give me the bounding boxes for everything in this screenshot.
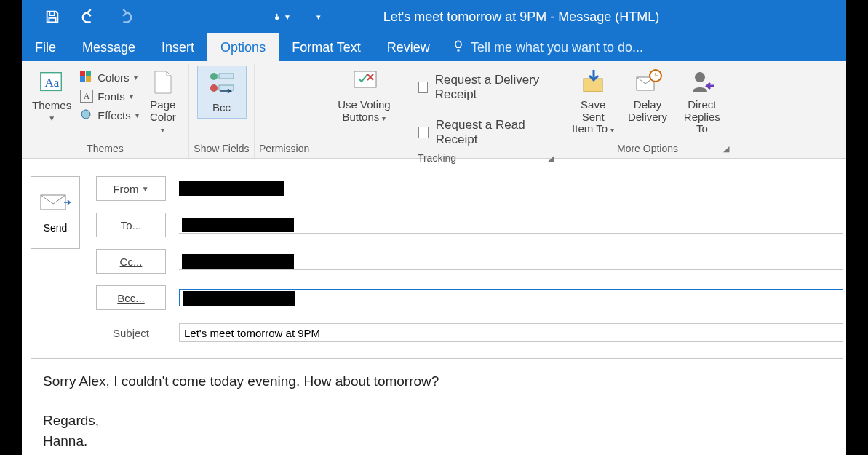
tell-me-search[interactable]: Tell me what you want to do...: [443, 33, 643, 61]
use-voting-buttons[interactable]: Use Voting Buttons ▾: [319, 66, 410, 126]
to-button[interactable]: To...: [96, 213, 166, 237]
ribbon-group-label: Themes: [26, 141, 184, 157]
tab-review[interactable]: Review: [374, 33, 443, 61]
tab-options[interactable]: Options: [207, 33, 279, 61]
theme-colors-button[interactable]: Colors▾: [77, 68, 142, 86]
svg-rect-3: [86, 71, 91, 76]
ribbon-group-label: Show Fields: [194, 141, 250, 157]
to-row: To... user2@example.com: [96, 213, 843, 237]
page-color-icon: [149, 68, 177, 96]
outlook-message-window: ▼ ▾ Let's meet tomorrow at 9PM - Message…: [22, 0, 846, 455]
tab-insert[interactable]: Insert: [148, 33, 207, 61]
message-body[interactable]: Sorry Alex, I couldn't come today evenin…: [31, 358, 843, 455]
dialog-launcher-icon[interactable]: ◢: [548, 154, 554, 163]
bcc-field[interactable]: user4@example.com: [179, 289, 843, 306]
bcc-row: Bcc... user4@example.com: [96, 285, 843, 310]
effects-icon: [80, 108, 93, 122]
themes-button[interactable]: Aa Themes ▼: [26, 66, 77, 125]
tell-me-placeholder: Tell me what you want to do...: [471, 40, 643, 55]
subject-label: Subject: [96, 327, 166, 339]
quick-access-toolbar: ▼ ▾: [22, 8, 327, 25]
svg-point-6: [81, 110, 90, 119]
ribbon-group-permission: Permission: [255, 64, 314, 158]
theme-fonts-button[interactable]: A Fonts▾: [77, 87, 142, 105]
voting-icon: [350, 68, 378, 96]
save-icon[interactable]: [44, 8, 61, 25]
send-button[interactable]: Send: [31, 176, 80, 249]
svg-point-9: [210, 84, 218, 92]
from-value: user1@example.com: [179, 181, 843, 196]
theme-effects-button[interactable]: Effects▾: [77, 106, 142, 124]
body-line: Hanna.: [43, 433, 831, 449]
chevron-down-icon: ▼: [284, 13, 291, 21]
svg-rect-10: [219, 85, 234, 90]
bcc-icon: [208, 71, 236, 98]
svg-point-7: [210, 73, 218, 80]
cc-button[interactable]: Cc...: [96, 249, 166, 274]
save-sent-icon: [579, 68, 607, 96]
subject-field[interactable]: [179, 323, 843, 342]
save-sent-item-to-button[interactable]: Save Sent Item To ▾: [565, 66, 621, 138]
svg-rect-8: [219, 74, 234, 79]
svg-rect-2: [80, 71, 85, 76]
dialog-launcher-icon[interactable]: ◢: [723, 144, 729, 154]
page-color-button[interactable]: Page Color ▾: [142, 66, 184, 138]
send-icon: [39, 192, 71, 215]
fonts-icon: A: [80, 90, 93, 103]
title-bar: ▼ ▾ Let's meet tomorrow at 9PM - Message…: [22, 0, 846, 33]
lightbulb-icon: [452, 39, 465, 56]
tab-format-text[interactable]: Format Text: [279, 33, 374, 61]
touch-mode-icon[interactable]: ▼: [274, 8, 291, 25]
from-button[interactable]: From ▼: [96, 176, 166, 201]
ribbon-group-label: Permission: [259, 141, 309, 157]
direct-replies-icon: [688, 68, 716, 96]
delay-delivery-button[interactable]: Delay Delivery: [621, 66, 673, 126]
tab-file[interactable]: File: [22, 33, 69, 61]
bcc-button[interactable]: Bcc...: [96, 285, 166, 310]
checkbox-icon: [418, 127, 429, 138]
delay-delivery-icon: [634, 68, 661, 96]
cc-field[interactable]: user3@example.com: [179, 253, 843, 270]
tab-message[interactable]: Message: [69, 33, 148, 61]
compose-header: Send From ▼ user1@example.com To... user…: [22, 159, 846, 455]
ribbon-group-tracking: Use Voting Buttons ▾ Request a Delivery …: [314, 64, 560, 158]
chevron-down-icon: ▼: [142, 185, 149, 193]
undo-icon[interactable]: [80, 8, 97, 25]
direct-replies-to-button[interactable]: Direct Replies To: [674, 66, 730, 138]
svg-rect-4: [80, 76, 85, 82]
ribbon-group-themes: Aa Themes ▼ Colors▾ A Fonts▾: [22, 64, 189, 158]
chevron-down-icon: ▼: [48, 114, 55, 122]
request-read-receipt-checkbox[interactable]: Request a Read Receipt: [414, 115, 555, 150]
colors-icon: [80, 71, 93, 84]
ribbon: Aa Themes ▼ Colors▾ A Fonts▾: [22, 61, 846, 159]
svg-rect-5: [86, 76, 91, 82]
themes-icon: Aa: [38, 68, 65, 96]
cc-row: Cc... user3@example.com: [96, 249, 843, 274]
bcc-button[interactable]: Bcc: [197, 66, 247, 119]
svg-point-15: [695, 72, 705, 82]
svg-text:Aa: Aa: [45, 76, 60, 90]
ribbon-group-label: Tracking ◢: [319, 150, 555, 166]
body-line: Regards,: [43, 413, 831, 429]
qat-customize-icon[interactable]: ▾: [310, 8, 327, 25]
ribbon-group-show-fields: Bcc Show Fields: [189, 64, 255, 158]
to-field[interactable]: user2@example.com: [179, 216, 843, 234]
request-delivery-receipt-checkbox[interactable]: Request a Delivery Receipt: [414, 70, 555, 105]
subject-row: Subject: [96, 323, 843, 342]
checkbox-icon: [418, 82, 428, 93]
window-title: Let's meet tomorrow at 9PM - Message (HT…: [327, 9, 846, 25]
from-row: From ▼ user1@example.com: [96, 176, 843, 201]
ribbon-group-more-options: Save Sent Item To ▾ Delay Delivery Direc…: [560, 64, 735, 158]
redo-icon[interactable]: [116, 8, 134, 25]
ribbon-group-label: More Options ◢: [565, 141, 730, 157]
ribbon-tabs: File Message Insert Options Format Text …: [22, 33, 846, 61]
body-line: Sorry Alex, I couldn't come today evenin…: [43, 373, 831, 389]
